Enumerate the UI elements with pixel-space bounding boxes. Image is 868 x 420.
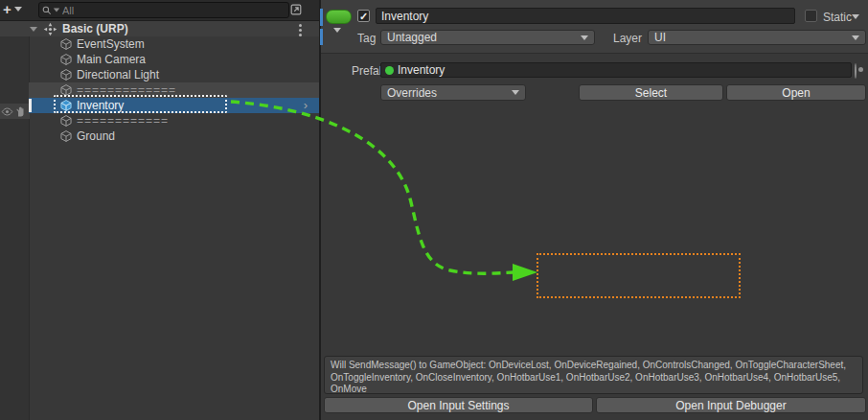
eye-icon[interactable] [1, 105, 13, 118]
send-message-help-box: Will SendMessage() to GameObject: OnDevi… [324, 356, 863, 394]
active-checkbox[interactable]: ✓ [357, 10, 370, 22]
layer-label: Layer [613, 32, 642, 45]
scene-header-row[interactable]: Basic (URP) [0, 21, 319, 36]
hierarchy-visibility-gutter [0, 21, 30, 420]
hierarchy-item-separator[interactable]: ============ [29, 113, 319, 128]
kebab-menu-icon[interactable] [299, 23, 302, 36]
chevron-down-icon [14, 7, 22, 12]
inventory-selection-annotation [54, 95, 227, 113]
search-filter-chevron-icon [54, 9, 59, 12]
open-input-debugger-button[interactable]: Open Input Debugger [596, 397, 866, 413]
chevron-down-icon [852, 35, 859, 40]
actions-highlight-annotation [537, 253, 741, 298]
override-bar [320, 9, 323, 26]
gameobject-cube-icon [59, 114, 73, 128]
foldout-open-icon[interactable] [30, 27, 37, 32]
overrides-label: Overrides [387, 86, 437, 100]
gameobject-cube-icon [59, 53, 73, 66]
select-button[interactable]: Select [579, 84, 723, 101]
open-button[interactable]: Open [726, 84, 866, 101]
open-input-settings-button[interactable]: Open Input Settings [324, 397, 593, 413]
hierarchy-item-label: ============ [77, 114, 169, 128]
gameobject-cube-icon [59, 37, 73, 51]
tag-label: Tag [357, 32, 376, 45]
unity-editor-window: + [0, 0, 868, 420]
hierarchy-item-eventsystem[interactable]: EventSystem [29, 36, 319, 52]
prefab-dot-icon [385, 66, 394, 75]
overrides-dropdown[interactable]: Overrides [380, 84, 526, 101]
chevron-down-icon [512, 90, 519, 95]
pick-hand-icon[interactable] [14, 105, 27, 118]
prefab-value: Inventory [398, 63, 445, 77]
hierarchy-item-main-camera[interactable]: Main Camera [29, 52, 319, 67]
prefab-instance-bar [29, 99, 32, 112]
tag-dropdown[interactable]: Untagged [380, 30, 595, 45]
plus-icon: + [3, 1, 11, 17]
scene-name: Basic (URP) [62, 22, 128, 35]
hierarchy-item-label: Main Camera [77, 53, 146, 66]
search-input[interactable] [60, 4, 256, 17]
hierarchy-item-label: Directional Light [77, 68, 159, 82]
static-chevron-icon[interactable] [852, 14, 859, 19]
hierarchy-toolbar: + [0, 0, 319, 21]
search-icon [41, 5, 53, 16]
hierarchy-item-label: EventSystem [77, 37, 145, 51]
gameobject-cube-icon [59, 129, 73, 143]
gameobject-name-field[interactable] [376, 8, 795, 24]
hierarchy-search[interactable] [38, 2, 289, 18]
hierarchy-item-label: Ground [77, 129, 115, 143]
gameobject-icon [326, 10, 352, 24]
hierarchy-item-directional-light[interactable]: Directional Light [29, 67, 319, 82]
prefab-object-field[interactable]: Inventory [380, 62, 852, 78]
gutter-hover-row [0, 104, 30, 119]
chevron-right-icon[interactable]: › [304, 98, 308, 112]
unity-scene-icon [43, 22, 57, 36]
chevron-down-icon [581, 35, 588, 40]
icon-chevron-down-icon[interactable] [333, 28, 341, 33]
layer-dropdown[interactable]: UI [648, 30, 866, 45]
inspector-panel: ✓ Static Tag Untagged Layer UI Prefab In… [321, 0, 868, 420]
gameobject-cube-icon [59, 68, 73, 82]
override-bar [320, 29, 323, 45]
static-checkbox[interactable] [805, 10, 817, 22]
open-new-window-icon[interactable] [288, 3, 304, 16]
hierarchy-panel: + [0, 0, 319, 420]
create-object-button[interactable]: + [3, 1, 22, 17]
object-picker-icon[interactable] [855, 63, 857, 79]
hierarchy-item-ground[interactable]: Ground [29, 128, 319, 144]
tag-value: Untagged [387, 31, 437, 44]
static-label: Static [823, 11, 852, 24]
layer-value: UI [654, 31, 666, 44]
